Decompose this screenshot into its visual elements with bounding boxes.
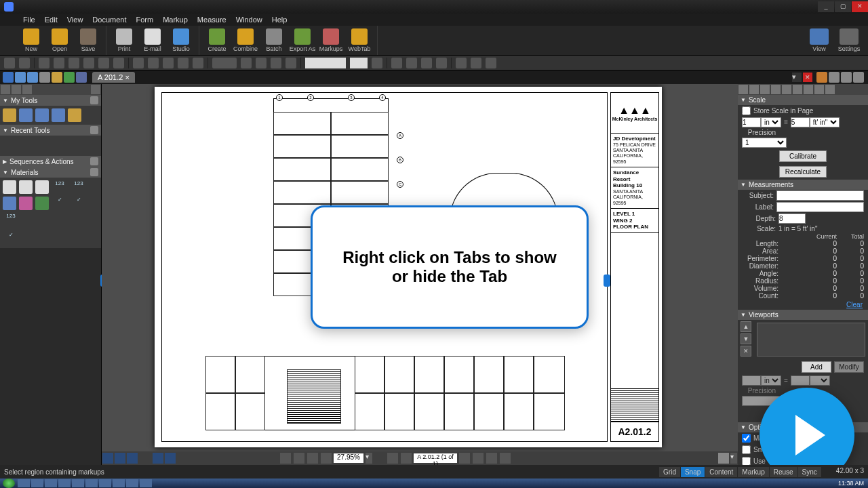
subject-input[interactable] (776, 190, 864, 201)
thumbnails-icon[interactable] (15, 72, 26, 83)
font-size-input[interactable] (350, 58, 368, 68)
align-icon[interactable] (241, 58, 252, 68)
scale-to-input[interactable] (791, 117, 810, 127)
vp-to-input[interactable] (791, 375, 810, 386)
mytools-header[interactable]: ▼My Tools (0, 95, 101, 106)
font-color-icon[interactable] (372, 58, 382, 68)
erase-icon[interactable] (163, 58, 174, 68)
nav-icon[interactable] (127, 453, 138, 464)
taskbar-app-icon[interactable] (58, 479, 71, 487)
studio-button[interactable]: Studio (167, 28, 195, 53)
scale-from-unit[interactable]: in (761, 117, 781, 127)
scale-header[interactable]: ▼Scale (738, 95, 868, 105)
settings-button[interactable]: Settings (835, 28, 863, 52)
depth-input[interactable] (778, 214, 806, 224)
webtab-button[interactable]: WebTab (346, 28, 373, 53)
gear-icon[interactable] (90, 96, 98, 104)
close-button[interactable]: ✕ (852, 1, 868, 12)
tab-strip[interactable]: A 201.2 × ▾ ✕ (0, 70, 868, 84)
grid-toggle[interactable]: Grid (659, 467, 680, 477)
menu-window[interactable]: Window (236, 16, 262, 24)
material-icon[interactable] (19, 180, 33, 194)
system-clock[interactable]: 11:38 AM (838, 480, 868, 487)
links-icon[interactable] (64, 72, 75, 83)
check-icon[interactable]: ✓ (3, 232, 19, 245)
tab-dropdown-icon[interactable]: ▾ (792, 73, 802, 82)
right-panel-icon[interactable] (816, 72, 827, 83)
tool-icon[interactable] (68, 108, 81, 122)
print-button[interactable]: Print (111, 28, 138, 53)
batch-button[interactable]: Batch (260, 28, 288, 53)
gear-icon[interactable] (90, 157, 98, 165)
menu-view[interactable]: View (67, 16, 83, 24)
toolchest-tab-icon[interactable] (22, 85, 32, 94)
hand-icon[interactable] (280, 453, 291, 464)
taskbar-app-icon[interactable] (126, 479, 138, 487)
pen-icon[interactable] (133, 58, 144, 68)
viewport-list[interactable] (757, 323, 865, 357)
last-page-icon[interactable] (473, 453, 484, 464)
measure-tool-icon[interactable] (749, 85, 759, 94)
right-panel-icon[interactable] (841, 72, 852, 83)
seq-header[interactable]: ▶Sequences & Actions (0, 156, 101, 167)
content-toggle[interactable]: Content (705, 467, 737, 477)
tool-icon[interactable] (98, 58, 109, 68)
textalign-icon[interactable] (471, 58, 481, 68)
material-icon[interactable] (3, 197, 16, 210)
vp-from-input[interactable] (742, 375, 761, 386)
material-label[interactable]: 123 (52, 180, 68, 194)
taskbar-app-icon[interactable] (45, 479, 57, 487)
italic-icon[interactable] (406, 58, 417, 68)
vp-to-unit[interactable] (810, 375, 830, 386)
underline-icon[interactable] (421, 58, 432, 68)
menu-document[interactable]: Document (92, 16, 126, 24)
font-selector[interactable] (305, 58, 346, 68)
add-viewport-button[interactable]: Add (802, 361, 831, 373)
vp-delete-icon[interactable]: ✕ (741, 346, 751, 357)
measure-tool-icon[interactable] (771, 85, 781, 94)
page-input[interactable]: A 2.01.2 (1 of 1) (414, 453, 457, 463)
snap-toggle[interactable]: Snap (681, 467, 705, 477)
gear-icon[interactable] (91, 85, 100, 94)
tool-icon[interactable] (3, 108, 16, 122)
clear-link[interactable]: Clear (738, 300, 868, 310)
right-panel-icon[interactable] (829, 72, 840, 83)
vp-down-icon[interactable]: ▼ (741, 333, 751, 344)
spaces-icon[interactable] (52, 72, 62, 83)
recalculate-button[interactable]: Recalculate (779, 166, 827, 178)
paste-icon[interactable] (68, 58, 79, 68)
prev-page-icon[interactable] (401, 453, 412, 464)
panel-toggle-icon[interactable] (3, 72, 14, 83)
scale-from-input[interactable] (742, 117, 761, 127)
store-scale-checkbox[interactable] (742, 106, 751, 116)
measurements-header[interactable]: ▼Measurements (738, 180, 868, 190)
align-icon[interactable] (285, 58, 296, 68)
viewports-header[interactable]: ▼Viewports (738, 310, 868, 320)
opt-markup-checkbox[interactable] (742, 433, 751, 443)
next-page-icon[interactable] (459, 453, 470, 464)
gear-icon[interactable] (90, 126, 98, 134)
bold-icon[interactable] (391, 58, 402, 68)
user-icon[interactable] (718, 453, 729, 464)
prev-view-icon[interactable] (486, 453, 497, 464)
tool-icon[interactable] (52, 108, 65, 122)
measure-tool-icon[interactable] (782, 85, 791, 94)
vp-from-unit[interactable]: in (761, 375, 781, 386)
save-button[interactable]: Save (75, 28, 102, 53)
tab-close-icon[interactable]: ✕ (803, 73, 812, 82)
select-icon[interactable] (294, 453, 304, 464)
right-panel-icon[interactable] (853, 72, 864, 83)
next-view-icon[interactable] (500, 453, 511, 464)
tool-icon[interactable] (19, 108, 33, 122)
start-button[interactable] (3, 479, 15, 488)
menu-form[interactable]: Form (136, 16, 154, 24)
right-dock-handle[interactable] (604, 274, 610, 287)
taskbar-app-icon[interactable] (99, 479, 111, 487)
undo-icon[interactable] (4, 58, 15, 68)
align-icon[interactable] (271, 58, 281, 68)
shape-icon[interactable] (193, 58, 203, 68)
menu-help[interactable]: Help (272, 16, 288, 24)
calibrate-button[interactable]: Calibrate (779, 150, 827, 162)
text-select-icon[interactable] (321, 453, 332, 464)
email-button[interactable]: E-mail (139, 28, 166, 53)
